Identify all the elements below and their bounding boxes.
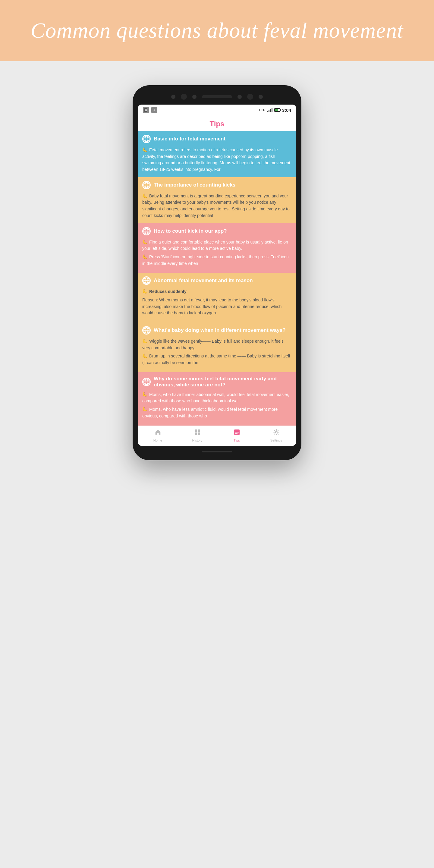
bullet-foot-4: 🦶 — [142, 288, 147, 295]
status-bar: A LTE 3:04 — [138, 104, 296, 116]
bullet-foot-5b: 🦶 — [142, 353, 147, 360]
globe-icon-2 — [142, 181, 151, 189]
globe-icon-5 — [142, 326, 151, 335]
tip-section-whymoms[interactable]: Why do some moms feel fetal movement ear… — [138, 372, 296, 426]
bullet-foot-5a: 🦶 — [142, 338, 147, 345]
tip-body-abnormal: 🦶Reduces suddenly Reason: When moms get … — [138, 287, 296, 322]
tip-title-counting: The importance of counting kicks — [154, 182, 236, 188]
tip-section-counting[interactable]: The importance of counting kicks 🦶Baby f… — [138, 177, 296, 223]
tip-header-counting: The importance of counting kicks — [138, 177, 296, 192]
tip-body-counting: 🦶Baby fetal movement is a great bonding … — [138, 192, 296, 223]
phone-home-indicator — [202, 451, 232, 453]
bullet-foot-2: 🦶 — [142, 193, 147, 199]
phone-dot-5 — [258, 95, 263, 99]
bullet-foot-6a: 🦶 — [142, 392, 147, 398]
sim-icon — [143, 107, 149, 113]
page-header-title: Common questions about feval movement — [24, 18, 410, 43]
page-body: A LTE 3:04 T — [0, 61, 434, 868]
tip-title-abnormal: Abnormal fetal movement and its reason — [154, 278, 253, 284]
settings-icon — [273, 429, 280, 437]
bullet-foot-3a: 🦶 — [142, 239, 147, 246]
bullet-foot-1: 🦶 — [142, 147, 147, 153]
nav-label-tips: Tips — [234, 438, 240, 442]
android-icon: A — [151, 107, 157, 113]
phone-camera-front — [181, 94, 187, 100]
tip-header-howto: How to count kick in our app? — [138, 223, 296, 238]
battery-icon — [274, 108, 280, 112]
battery-fill — [275, 109, 278, 111]
tip-header-abnormal: Abnormal fetal movement and its reason — [138, 273, 296, 287]
phone-screen: A LTE 3:04 T — [138, 104, 296, 446]
bullet-foot-3b: 🦶 — [142, 254, 147, 260]
phone-speaker — [202, 95, 232, 98]
bullet-foot-6b: 🦶 — [142, 406, 147, 413]
status-time: 3:04 — [282, 107, 291, 113]
svg-rect-23 — [198, 430, 200, 432]
nav-item-home[interactable]: Home — [149, 429, 167, 442]
phone-bottom-bar — [138, 449, 296, 455]
tip-body-basic: 🦶Fetal movement refers to motion of a fe… — [138, 146, 296, 177]
phone-frame: A LTE 3:04 T — [133, 85, 301, 460]
tip-header-babydoing: What's baby doing when in different move… — [138, 322, 296, 337]
history-icon — [194, 429, 201, 437]
tip-body-howto: 🦶Find a quiet and comfortable place when… — [138, 238, 296, 273]
tip-section-abnormal[interactable]: Abnormal fetal movement and its reason 🦶… — [138, 273, 296, 322]
nav-label-settings: Settings — [270, 438, 282, 442]
tip-header-basic: Basic info for fetal movement — [138, 131, 296, 146]
phone-top-bar — [138, 94, 296, 104]
tips-icon — [234, 429, 240, 437]
svg-text:A: A — [153, 109, 155, 112]
page-header: Common questions about feval movement — [0, 0, 434, 61]
phone-dot-1 — [171, 95, 176, 99]
nav-item-tips[interactable]: Tips — [228, 429, 246, 442]
status-left: A — [143, 107, 157, 113]
phone-dot-3 — [238, 95, 242, 99]
bottom-nav: Home History — [138, 426, 296, 446]
lte-badge: LTE — [259, 108, 265, 112]
nav-label-home: Home — [153, 438, 162, 442]
tip-section-howto[interactable]: How to count kick in our app? 🦶Find a qu… — [138, 223, 296, 273]
tip-title-whymoms: Why do some moms feel fetal movement ear… — [154, 376, 292, 388]
phone-dot-4 — [247, 94, 253, 100]
svg-rect-22 — [195, 430, 197, 432]
tips-list[interactable]: Basic info for fetal movement 🦶Fetal mov… — [138, 131, 296, 426]
nav-item-history[interactable]: History — [188, 429, 207, 442]
tip-body-whymoms: 🦶Moms, who have thinner abdominal wall, … — [138, 390, 296, 426]
globe-icon-6 — [142, 378, 151, 386]
globe-icon-1 — [142, 135, 151, 143]
phone-dot-2 — [192, 95, 196, 99]
tip-body-babydoing: 🦶Wiggle like the waves gently—— Baby is … — [138, 337, 296, 372]
tip-section-basic[interactable]: Basic info for fetal movement 🦶Fetal mov… — [138, 131, 296, 177]
globe-icon-4 — [142, 276, 151, 285]
tip-title-babydoing: What's baby doing when in different move… — [154, 327, 286, 333]
svg-rect-24 — [195, 433, 197, 435]
svg-rect-1 — [145, 110, 147, 111]
home-icon — [155, 429, 161, 437]
svg-rect-25 — [198, 433, 200, 435]
screen-title: Tips — [138, 116, 296, 131]
tip-header-whymoms: Why do some moms feel fetal movement ear… — [138, 372, 296, 390]
tip-section-babydoing[interactable]: What's baby doing when in different move… — [138, 322, 296, 372]
nav-item-settings[interactable]: Settings — [267, 429, 285, 442]
tip-title-howto: How to count kick in our app? — [154, 228, 227, 234]
status-right: LTE 3:04 — [259, 107, 291, 113]
svg-point-30 — [276, 431, 277, 433]
globe-icon-3 — [142, 227, 151, 236]
signal-icon — [267, 108, 273, 112]
nav-label-history: History — [192, 438, 202, 442]
tip-title-basic: Basic info for fetal movement — [154, 136, 225, 142]
